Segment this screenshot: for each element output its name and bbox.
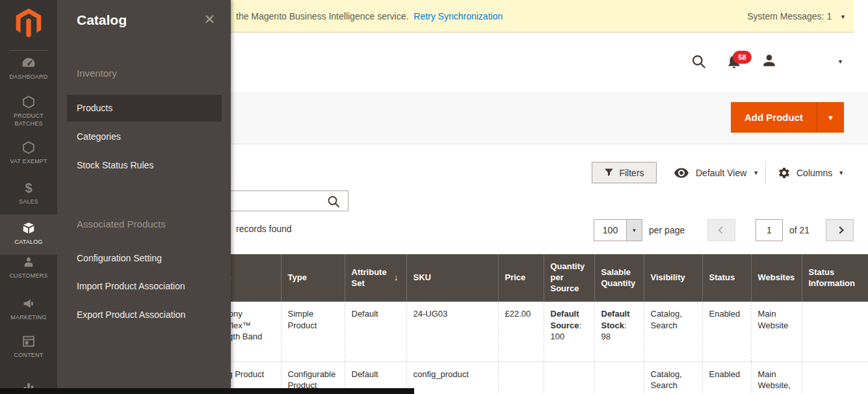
cell-price: [498, 361, 544, 394]
chevron-down-icon: ▼: [632, 228, 637, 233]
filters-label: Filters: [619, 168, 644, 178]
cell-visibility: Catalog, Search: [644, 302, 702, 361]
toolbar-divider: [765, 161, 766, 184]
col-header-visibility[interactable]: Visibility: [644, 254, 702, 302]
page-total-label: of 21: [789, 219, 809, 241]
catalog-box-icon: [0, 221, 57, 235]
cell-salable-quantity: [594, 361, 644, 394]
per-page-select[interactable]: 100 ▼: [594, 219, 642, 241]
megaphone-icon: [0, 296, 57, 311]
products-grid-wrap: Name Type Attribute Set ↓ SKU Price Quan…: [202, 254, 868, 394]
records-found-label: records found: [236, 224, 292, 234]
default-view-control[interactable]: Default View ▼: [674, 165, 759, 181]
columns-label: Columns: [796, 168, 832, 178]
chevron-left-icon: [718, 226, 725, 233]
cell-quantity-per-source: Default Source: 100: [544, 302, 594, 361]
cell-sku: 24-UG03: [406, 302, 498, 361]
flyout-item-stock-status-rules[interactable]: Stock Status Rules: [77, 160, 153, 170]
previous-page-button[interactable]: [707, 219, 735, 241]
flyout-item-configuration-setting[interactable]: Configuration Setting: [77, 253, 162, 263]
per-page-value: 100: [594, 220, 626, 241]
eye-icon: [674, 165, 689, 181]
add-product-button[interactable]: Add Product: [731, 102, 817, 133]
magento-admin-products-screen: the Magento Business Intelligence servic…: [0, 0, 868, 394]
flyout-title: Catalog: [77, 12, 127, 28]
cell-status: Enabled: [702, 302, 751, 361]
per-page-label: per page: [649, 219, 685, 241]
sidebar-item-product-batches[interactable]: PRODUCT BATCHES: [0, 95, 57, 127]
col-header-status-information[interactable]: Status Information: [802, 254, 868, 302]
filters-button[interactable]: Filters: [592, 162, 657, 183]
search-icon[interactable]: [326, 194, 341, 209]
col-header-price[interactable]: Price: [498, 254, 544, 302]
chevron-down-icon: ▼: [753, 170, 759, 176]
person-icon: [0, 255, 57, 269]
magento-logo[interactable]: [14, 8, 44, 38]
sidebar-divider: [9, 50, 48, 51]
flyout-section-inventory: Inventory: [77, 68, 117, 79]
add-product-split-button[interactable]: Add Product ▼: [731, 102, 844, 133]
add-product-dropdown-toggle[interactable]: ▼: [817, 102, 844, 133]
flyout-section-associated-products: Associated Products: [77, 218, 166, 230]
sync-warning-text: the Magento Business Intelligence servic…: [236, 11, 408, 21]
cell-quantity-per-source: [544, 361, 594, 394]
cell-salable-quantity: Default Stock: 98: [594, 302, 644, 361]
sidebar-item-dashboard[interactable]: DASHBOARD: [0, 56, 57, 81]
per-page-caret[interactable]: ▼: [626, 220, 642, 241]
view-label: Default View: [696, 168, 746, 178]
retry-synchronization-link[interactable]: Retry Synchronization: [414, 11, 503, 21]
col-header-type[interactable]: Type: [281, 254, 345, 302]
close-icon[interactable]: ✕: [204, 12, 215, 27]
funnel-icon: [604, 168, 614, 177]
flyout-item-export-product-association[interactable]: Export Product Association: [77, 309, 185, 320]
cell-attribute-set: Default: [345, 302, 406, 361]
cell-websites: Main Website,: [751, 361, 802, 394]
flyout-item-products[interactable]: Products: [67, 95, 222, 122]
flyout-item-import-product-association[interactable]: Import Product Association: [77, 281, 185, 291]
page-number-input[interactable]: [756, 219, 783, 241]
cell-status-information: [802, 361, 868, 394]
chevron-down-icon: ▼: [827, 114, 834, 122]
notification-count-badge[interactable]: 58: [733, 51, 752, 64]
col-header-quantity-per-source[interactable]: Quantity per Source: [544, 254, 594, 302]
system-messages-label: System Messages: 1: [747, 11, 832, 21]
col-header-websites[interactable]: Websites: [751, 254, 802, 302]
flyout-item-categories[interactable]: Categories: [77, 131, 121, 142]
col-header-attribute-set[interactable]: Attribute Set ↓: [345, 254, 406, 302]
sidebar-item-sales[interactable]: $ SALES: [0, 181, 57, 206]
page-layout-icon: [0, 334, 57, 348]
link-status-tooltip: [0, 388, 414, 394]
chevron-down-icon: ▼: [838, 170, 844, 176]
search-icon[interactable]: [690, 53, 707, 73]
admin-user-icon[interactable]: [761, 52, 778, 72]
cell-status: Enabled: [702, 361, 751, 394]
catalog-flyout-menu: Catalog ✕ Inventory Products Categories …: [57, 0, 231, 394]
hexagon-icon: [0, 95, 57, 109]
col-header-sku[interactable]: SKU: [406, 254, 498, 302]
grid-header-row: Name Type Attribute Set ↓ SKU Price Quan…: [202, 254, 868, 302]
cell-websites: Main Website: [751, 302, 802, 361]
sidebar-item-catalog[interactable]: CATALOG: [0, 215, 57, 255]
cell-price: £22.00: [498, 302, 544, 361]
sidebar-item-marketing[interactable]: MARKETING: [0, 296, 57, 322]
columns-control[interactable]: Columns ▼: [778, 166, 844, 180]
products-grid: Name Type Attribute Set ↓ SKU Price Quan…: [202, 254, 868, 394]
sidebar-item-customers[interactable]: CUSTOMERS: [0, 255, 57, 280]
sort-desc-icon: ↓: [394, 272, 400, 283]
table-row[interactable]: Harmony Lumaflex™ Strength Band Simple P…: [202, 302, 868, 361]
dashboard-icon: [0, 56, 57, 70]
col-header-status[interactable]: Status: [702, 254, 751, 302]
sidebar-item-content[interactable]: CONTENT: [0, 334, 57, 360]
admin-menu-caret-icon[interactable]: ▼: [837, 59, 843, 65]
cell-visibility: Catalog, Search: [644, 361, 702, 394]
cell-status-information: [802, 302, 868, 361]
cell-sku: config_product: [406, 361, 498, 394]
next-page-button[interactable]: [826, 219, 854, 241]
dollar-icon: $: [0, 181, 57, 195]
cell-type: Simple Product: [281, 302, 345, 361]
admin-sidebar: DASHBOARD PRODUCT BATCHES VAT EXEMPT $ S…: [0, 0, 57, 394]
system-messages-toggle[interactable]: System Messages: 1 ▼: [747, 0, 846, 33]
sidebar-item-vat-exempt[interactable]: VAT EXEMPT: [0, 140, 57, 166]
chevron-right-icon: [836, 226, 843, 233]
col-header-salable-quantity[interactable]: Salable Quantity: [594, 254, 644, 302]
